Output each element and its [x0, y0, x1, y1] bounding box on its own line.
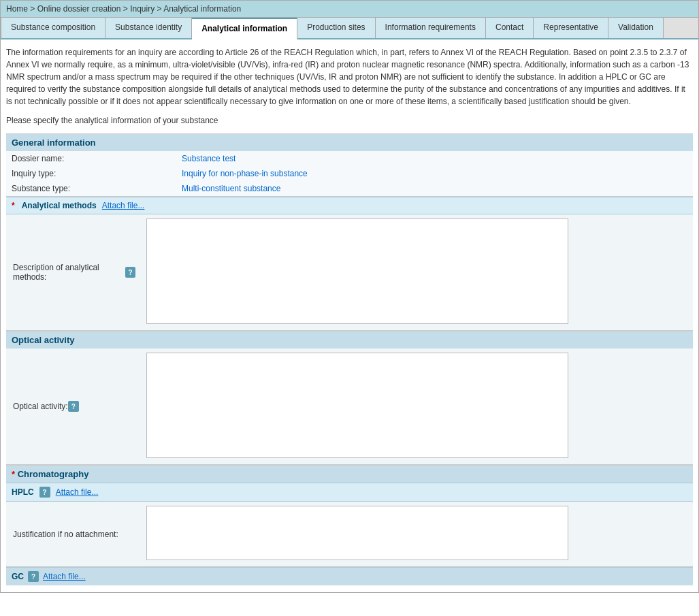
- substance-type-label: Substance type:: [6, 181, 176, 196]
- dossier-name-value: Substance test: [176, 151, 693, 166]
- table-row: Inquiry type: Inquiry for non-phase-in s…: [6, 166, 693, 181]
- optical-activity-help-icon[interactable]: ?: [68, 401, 79, 412]
- optical-activity-textarea[interactable]: [146, 353, 568, 458]
- tab-production-sites[interactable]: Production sites: [297, 18, 375, 38]
- inquiry-type-value: Inquiry for non-phase-in substance: [176, 166, 693, 181]
- analytical-methods-section: * Analytical methods Attach file... Desc…: [6, 196, 693, 331]
- substance-type-value: Multi-constituent substance: [176, 181, 693, 196]
- required-star: *: [12, 201, 15, 210]
- justification-input-area: [142, 502, 693, 566]
- optical-activity-input-area: [142, 348, 693, 464]
- optical-activity-field-label: Optical activity: ?: [6, 348, 142, 464]
- hplc-help-icon[interactable]: ?: [39, 487, 50, 498]
- tab-information-requirements[interactable]: Information requirements: [376, 18, 486, 38]
- general-info-section: General information Dossier name: Substa…: [6, 133, 693, 196]
- breadcrumb-current: Analytical information: [163, 4, 241, 14]
- breadcrumb-home[interactable]: Home: [6, 4, 28, 14]
- tab-validation[interactable]: Validation: [608, 18, 664, 38]
- analytical-methods-label: Analytical methods: [22, 201, 97, 210]
- analytical-methods-field-label: Description of analytical methods: ?: [6, 214, 142, 330]
- breadcrumb-inquiry: Inquiry: [130, 4, 155, 14]
- analytical-methods-help-icon[interactable]: ?: [125, 267, 135, 278]
- gc-bar: GC ? Attach file...: [6, 567, 693, 585]
- justification-row: Justification if no attachment:: [6, 502, 693, 567]
- tab-contact[interactable]: Contact: [486, 18, 534, 38]
- chromatography-header: Chromatography: [6, 466, 693, 483]
- justification-textarea[interactable]: [146, 506, 568, 560]
- tab-bar: Substance composition Substance identity…: [1, 18, 698, 39]
- inquiry-type-label: Inquiry type:: [6, 166, 176, 181]
- justification-label: Justification if no attachment:: [6, 502, 142, 566]
- page-container: Home > Online dossier creation > Inquiry…: [0, 0, 699, 593]
- analytical-methods-input-area: [142, 214, 693, 330]
- tab-representative[interactable]: Representative: [534, 18, 608, 38]
- main-content: The information requirements for an inqu…: [1, 39, 698, 592]
- gc-label: GC: [12, 572, 24, 581]
- optical-activity-header: Optical activity: [6, 331, 693, 348]
- hplc-label: HPLC: [12, 487, 34, 497]
- general-info-header: General information: [6, 134, 693, 151]
- dossier-name-label: Dossier name:: [6, 151, 176, 166]
- breadcrumb: Home > Online dossier creation > Inquiry…: [1, 1, 698, 18]
- intro-text: The information requirements for an inqu…: [6, 46, 693, 108]
- table-row: Dossier name: Substance test: [6, 151, 693, 166]
- table-row: Substance type: Multi-constituent substa…: [6, 181, 693, 196]
- tab-substance-composition[interactable]: Substance composition: [1, 18, 105, 38]
- tab-substance-identity[interactable]: Substance identity: [105, 18, 192, 38]
- analytical-methods-bar: * Analytical methods Attach file...: [6, 197, 693, 214]
- optical-activity-section: Optical activity Optical activity: ?: [6, 331, 693, 465]
- breadcrumb-online-dossier[interactable]: Online dossier creation: [37, 4, 121, 14]
- please-specify-text: Please specify the analytical informatio…: [6, 116, 693, 125]
- analytical-methods-attach-link[interactable]: Attach file...: [102, 201, 145, 210]
- hplc-attach-link[interactable]: Attach file...: [56, 487, 99, 497]
- chromatography-section: Chromatography HPLC ? Attach file... Jus…: [6, 465, 693, 585]
- hplc-bar: HPLC ? Attach file...: [6, 483, 693, 502]
- gc-attach-link[interactable]: Attach file...: [43, 572, 86, 581]
- general-info-table: Dossier name: Substance test Inquiry typ…: [6, 151, 693, 196]
- gc-help-icon[interactable]: ?: [28, 571, 39, 582]
- tab-analytical-information[interactable]: Analytical information: [192, 18, 297, 39]
- analytical-methods-textarea[interactable]: [146, 218, 568, 324]
- analytical-methods-row: Description of analytical methods: ?: [6, 214, 693, 331]
- optical-activity-row: Optical activity: ?: [6, 348, 693, 465]
